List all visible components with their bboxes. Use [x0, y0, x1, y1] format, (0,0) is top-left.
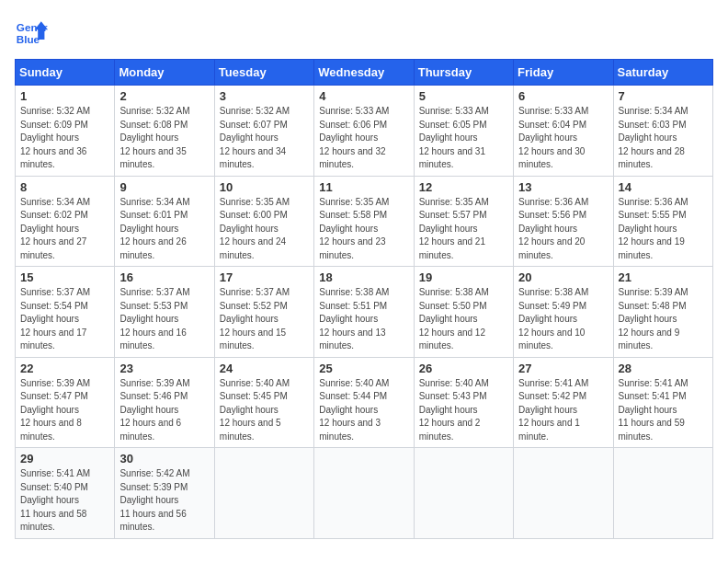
- day-number: 2: [119, 89, 209, 103]
- day-number: 14: [619, 180, 708, 194]
- day-info: Sunrise: 5:34 AM Sunset: 6:03 PM Dayligh…: [619, 105, 708, 172]
- day-number: 7: [619, 89, 708, 103]
- day-info: Sunrise: 5:32 AM Sunset: 6:08 PM Dayligh…: [119, 105, 209, 172]
- day-info: Sunrise: 5:41 AM Sunset: 5:40 PM Dayligh…: [20, 467, 109, 534]
- day-number: 21: [619, 270, 708, 284]
- page-header: General Blue: [15, 15, 713, 48]
- calendar-day-cell: 29 Sunrise: 5:41 AM Sunset: 5:40 PM Dayl…: [16, 448, 115, 539]
- calendar-day-cell: 25 Sunrise: 5:40 AM Sunset: 5:44 PM Dayl…: [314, 357, 414, 448]
- weekday-header-cell: Friday: [514, 60, 613, 86]
- weekday-header-cell: Wednesday: [314, 60, 414, 86]
- day-info: Sunrise: 5:36 AM Sunset: 5:56 PM Dayligh…: [518, 196, 608, 263]
- day-number: 30: [119, 452, 209, 465]
- day-info: Sunrise: 5:38 AM Sunset: 5:49 PM Dayligh…: [518, 286, 608, 353]
- day-info: Sunrise: 5:39 AM Sunset: 5:46 PM Dayligh…: [119, 377, 209, 444]
- calendar-day-cell: [414, 448, 513, 539]
- calendar-day-cell: 17 Sunrise: 5:37 AM Sunset: 5:52 PM Dayl…: [214, 267, 313, 358]
- day-number: 25: [319, 362, 408, 375]
- day-info: Sunrise: 5:37 AM Sunset: 5:52 PM Dayligh…: [220, 286, 309, 353]
- calendar-day-cell: 14 Sunrise: 5:36 AM Sunset: 5:55 PM Dayl…: [613, 176, 712, 267]
- weekday-header-cell: Tuesday: [214, 60, 313, 86]
- day-number: 27: [518, 362, 608, 375]
- day-info: Sunrise: 5:40 AM Sunset: 5:45 PM Dayligh…: [220, 377, 309, 444]
- day-number: 5: [419, 89, 508, 103]
- calendar-day-cell: 10 Sunrise: 5:35 AM Sunset: 6:00 PM Dayl…: [214, 176, 313, 267]
- day-info: Sunrise: 5:42 AM Sunset: 5:39 PM Dayligh…: [119, 467, 209, 534]
- day-number: 8: [20, 180, 109, 194]
- calendar-day-cell: 24 Sunrise: 5:40 AM Sunset: 5:45 PM Dayl…: [214, 357, 313, 448]
- day-info: Sunrise: 5:40 AM Sunset: 5:43 PM Dayligh…: [419, 377, 508, 444]
- day-number: 26: [419, 362, 508, 375]
- calendar-table: SundayMondayTuesdayWednesdayThursdayFrid…: [15, 59, 713, 539]
- calendar-week-row: 15 Sunrise: 5:37 AM Sunset: 5:54 PM Dayl…: [16, 267, 713, 358]
- day-number: 18: [319, 270, 408, 284]
- calendar-day-cell: [214, 448, 313, 539]
- calendar-day-cell: 1 Sunrise: 5:32 AM Sunset: 6:09 PM Dayli…: [16, 86, 115, 177]
- calendar-day-cell: [314, 448, 414, 539]
- calendar-week-row: 22 Sunrise: 5:39 AM Sunset: 5:47 PM Dayl…: [16, 357, 713, 448]
- day-number: 28: [619, 362, 708, 375]
- calendar-body: 1 Sunrise: 5:32 AM Sunset: 6:09 PM Dayli…: [16, 86, 713, 539]
- day-info: Sunrise: 5:36 AM Sunset: 5:55 PM Dayligh…: [619, 196, 708, 263]
- weekday-header-cell: Monday: [115, 60, 214, 86]
- logo-icon: General Blue: [15, 15, 48, 48]
- calendar-day-cell: 6 Sunrise: 5:33 AM Sunset: 6:04 PM Dayli…: [514, 86, 613, 177]
- day-info: Sunrise: 5:39 AM Sunset: 5:48 PM Dayligh…: [619, 286, 708, 353]
- day-number: 1: [20, 89, 109, 103]
- day-number: 24: [220, 362, 309, 375]
- day-info: Sunrise: 5:32 AM Sunset: 6:07 PM Dayligh…: [220, 105, 309, 172]
- calendar-day-cell: [514, 448, 613, 539]
- day-info: Sunrise: 5:32 AM Sunset: 6:09 PM Dayligh…: [20, 105, 109, 172]
- day-info: Sunrise: 5:37 AM Sunset: 5:54 PM Dayligh…: [20, 286, 109, 353]
- calendar-week-row: 8 Sunrise: 5:34 AM Sunset: 6:02 PM Dayli…: [16, 176, 713, 267]
- calendar-day-cell: 4 Sunrise: 5:33 AM Sunset: 6:06 PM Dayli…: [314, 86, 414, 177]
- day-number: 4: [319, 89, 408, 103]
- day-number: 3: [220, 89, 309, 103]
- calendar-day-cell: 26 Sunrise: 5:40 AM Sunset: 5:43 PM Dayl…: [414, 357, 513, 448]
- day-number: 10: [220, 180, 309, 194]
- day-info: Sunrise: 5:39 AM Sunset: 5:47 PM Dayligh…: [20, 377, 109, 444]
- calendar-day-cell: 23 Sunrise: 5:39 AM Sunset: 5:46 PM Dayl…: [115, 357, 214, 448]
- calendar-day-cell: 19 Sunrise: 5:38 AM Sunset: 5:50 PM Dayl…: [414, 267, 513, 358]
- weekday-header-cell: Saturday: [613, 60, 712, 86]
- svg-text:Blue: Blue: [17, 33, 40, 45]
- logo: General Blue: [15, 15, 48, 48]
- calendar-day-cell: 16 Sunrise: 5:37 AM Sunset: 5:53 PM Dayl…: [115, 267, 214, 358]
- calendar-day-cell: 21 Sunrise: 5:39 AM Sunset: 5:48 PM Dayl…: [613, 267, 712, 358]
- calendar-day-cell: 11 Sunrise: 5:35 AM Sunset: 5:58 PM Dayl…: [314, 176, 414, 267]
- calendar-day-cell: 30 Sunrise: 5:42 AM Sunset: 5:39 PM Dayl…: [115, 448, 214, 539]
- calendar-day-cell: 28 Sunrise: 5:41 AM Sunset: 5:41 PM Dayl…: [613, 357, 712, 448]
- calendar-day-cell: [613, 448, 712, 539]
- calendar-day-cell: 8 Sunrise: 5:34 AM Sunset: 6:02 PM Dayli…: [16, 176, 115, 267]
- calendar-day-cell: 2 Sunrise: 5:32 AM Sunset: 6:08 PM Dayli…: [115, 86, 214, 177]
- weekday-header-cell: Thursday: [414, 60, 513, 86]
- day-info: Sunrise: 5:38 AM Sunset: 5:50 PM Dayligh…: [419, 286, 508, 353]
- day-info: Sunrise: 5:33 AM Sunset: 6:04 PM Dayligh…: [518, 105, 608, 172]
- day-info: Sunrise: 5:40 AM Sunset: 5:44 PM Dayligh…: [319, 377, 408, 444]
- calendar-day-cell: 20 Sunrise: 5:38 AM Sunset: 5:49 PM Dayl…: [514, 267, 613, 358]
- day-number: 9: [119, 180, 209, 194]
- day-info: Sunrise: 5:37 AM Sunset: 5:53 PM Dayligh…: [119, 286, 209, 353]
- weekday-header-cell: Sunday: [16, 60, 115, 86]
- day-number: 17: [220, 270, 309, 284]
- calendar-day-cell: 7 Sunrise: 5:34 AM Sunset: 6:03 PM Dayli…: [613, 86, 712, 177]
- day-number: 13: [518, 180, 608, 194]
- day-number: 19: [419, 270, 508, 284]
- calendar-day-cell: 15 Sunrise: 5:37 AM Sunset: 5:54 PM Dayl…: [16, 267, 115, 358]
- day-number: 16: [119, 270, 209, 284]
- day-number: 22: [20, 362, 109, 375]
- day-number: 12: [419, 180, 508, 194]
- day-number: 6: [518, 89, 608, 103]
- calendar-day-cell: 27 Sunrise: 5:41 AM Sunset: 5:42 PM Dayl…: [514, 357, 613, 448]
- calendar-day-cell: 12 Sunrise: 5:35 AM Sunset: 5:57 PM Dayl…: [414, 176, 513, 267]
- day-info: Sunrise: 5:35 AM Sunset: 5:58 PM Dayligh…: [319, 196, 408, 263]
- day-number: 29: [20, 452, 109, 465]
- calendar-day-cell: 13 Sunrise: 5:36 AM Sunset: 5:56 PM Dayl…: [514, 176, 613, 267]
- day-info: Sunrise: 5:35 AM Sunset: 5:57 PM Dayligh…: [419, 196, 508, 263]
- day-info: Sunrise: 5:33 AM Sunset: 6:05 PM Dayligh…: [419, 105, 508, 172]
- day-info: Sunrise: 5:34 AM Sunset: 6:01 PM Dayligh…: [119, 196, 209, 263]
- day-number: 11: [319, 180, 408, 194]
- calendar-week-row: 1 Sunrise: 5:32 AM Sunset: 6:09 PM Dayli…: [16, 86, 713, 177]
- day-info: Sunrise: 5:41 AM Sunset: 5:41 PM Dayligh…: [619, 377, 708, 444]
- day-number: 23: [119, 362, 209, 375]
